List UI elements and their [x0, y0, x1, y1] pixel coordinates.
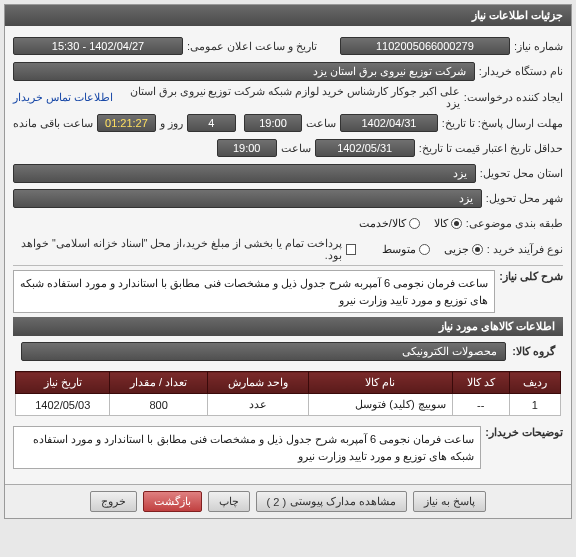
th-name: نام کالا	[309, 372, 453, 394]
exit-button[interactable]: خروج	[90, 491, 137, 512]
need-no-field: 1102005066000279	[340, 37, 510, 55]
reply-date-field: 1402/04/31	[340, 114, 437, 132]
remaining-time-field: 01:21:27	[97, 114, 156, 132]
th-unit: واحد شمارش	[207, 372, 308, 394]
subject-cat-label: طبقه بندی موضوعی:	[466, 217, 563, 230]
items-table-wrap: ردیف کد کالا نام کالا واحد شمارش تعداد /…	[13, 367, 563, 420]
minvalid-time-field: 19:00	[217, 139, 277, 157]
creator-text: علی اکبر جوکار کارشناس خرید لوازم شبکه ش…	[117, 85, 460, 109]
th-date: تاریخ نیاز	[16, 372, 110, 394]
need-no-label: شماره نیاز:	[514, 40, 563, 53]
days-field: 4	[187, 114, 236, 132]
minvalid-date-field: 1402/05/31	[315, 139, 415, 157]
province-field: یزد	[13, 164, 476, 183]
attach-count: ( 2 )	[267, 496, 287, 508]
minvalid-label: حداقل تاریخ اعتبار قیمت تا تاریخ:	[419, 142, 563, 155]
subject-radio-group: کالا کالا/خدمت	[359, 217, 462, 230]
full-desc-box: ساعت فرمان نجومی 6 آمپربه شرح جدول ذیل و…	[13, 270, 495, 313]
purchase-minor-label: جزیی	[444, 243, 469, 256]
reply-button[interactable]: پاسخ به نیاز	[413, 491, 486, 512]
panel-title: جزئیات اطلاعات نیاز	[5, 5, 571, 26]
purchase-medium-radio[interactable]: متوسط	[382, 243, 430, 256]
table-row[interactable]: 1 -- سوییچ (کلید) فتوسل عدد 800 1402/05/…	[16, 394, 561, 416]
purchase-type-label: نوع فرآیند خرید :	[487, 243, 563, 256]
th-code: کد کالا	[452, 372, 509, 394]
back-button[interactable]: بازگشت	[143, 491, 202, 512]
group-label: گروه کالا:	[512, 345, 555, 358]
cell-row: 1	[509, 394, 560, 416]
buyer-notes-label: توضیحات خریدار:	[485, 426, 563, 439]
purchase-medium-label: متوسط	[382, 243, 416, 256]
city-label: شهر محل تحویل:	[486, 192, 563, 205]
radio-dot-icon	[472, 244, 483, 255]
subject-goods-label: کالا	[434, 217, 448, 230]
time-label-2: ساعت	[281, 142, 311, 155]
buyer-name-label: نام دستگاه خریدار:	[479, 65, 563, 78]
creator-label: ایجاد کننده درخواست:	[464, 91, 563, 104]
panel-body: شماره نیاز: 1102005066000279 تاریخ و ساع…	[5, 26, 571, 478]
full-desc-label: شرح کلی نیاز:	[499, 270, 563, 283]
contact-link[interactable]: اطلاعات تماس خریدار	[13, 91, 113, 104]
reply-time-field: 19:00	[244, 114, 303, 132]
radio-dot-icon	[409, 218, 420, 229]
main-panel: جزئیات اطلاعات نیاز شماره نیاز: 11020050…	[4, 4, 572, 519]
reply-deadline-label: مهلت ارسال پاسخ: تا تاریخ:	[442, 117, 563, 130]
cell-date: 1402/05/03	[16, 394, 110, 416]
print-button[interactable]: چاپ	[208, 491, 250, 512]
items-section-title: اطلاعات کالاهای مورد نیاز	[13, 317, 563, 336]
public-date-field: 1402/04/27 - 15:30	[13, 37, 183, 55]
subject-goods-radio[interactable]: کالا	[434, 217, 462, 230]
remaining-label: ساعت باقی مانده	[13, 117, 93, 130]
buyer-notes-box: ساعت فرمان نجومی 6 آمپربه شرح جدول ذیل و…	[13, 426, 481, 469]
items-table: ردیف کد کالا نام کالا واحد شمارش تعداد /…	[15, 371, 561, 416]
group-value-field: محصولات الکترونیکی	[21, 342, 506, 361]
time-label-1: ساعت	[306, 117, 336, 130]
purchase-minor-radio[interactable]: جزیی	[444, 243, 483, 256]
treasury-checkbox[interactable]	[346, 244, 357, 255]
pay-note: پرداخت تمام یا بخشی از مبلغ خرید،از محل …	[13, 237, 342, 261]
radio-dot-icon	[451, 218, 462, 229]
buyer-name-field: شرکت توزیع نیروی برق استان یزد	[13, 62, 475, 81]
radio-dot-icon	[419, 244, 430, 255]
subject-service-radio[interactable]: کالا/خدمت	[359, 217, 420, 230]
view-attach-button[interactable]: مشاهده مدارک پیوستی ( 2 )	[256, 491, 408, 512]
button-bar: پاسخ به نیاز مشاهده مدارک پیوستی ( 2 ) چ…	[5, 484, 571, 518]
subject-service-label: کالا/خدمت	[359, 217, 406, 230]
cell-qty: 800	[110, 394, 207, 416]
divider	[13, 265, 563, 266]
purchase-radio-group: جزیی متوسط	[382, 243, 483, 256]
cell-unit: عدد	[207, 394, 308, 416]
th-qty: تعداد / مقدار	[110, 372, 207, 394]
public-date-label: تاریخ و ساعت اعلان عمومی:	[187, 40, 317, 53]
city-field: یزد	[13, 189, 482, 208]
cell-code: --	[452, 394, 509, 416]
th-row: ردیف	[509, 372, 560, 394]
view-attach-label: مشاهده مدارک پیوستی	[290, 495, 396, 508]
province-label: استان محل تحویل:	[480, 167, 563, 180]
day-word: روز و	[160, 117, 183, 130]
cell-name: سوییچ (کلید) فتوسل	[309, 394, 453, 416]
